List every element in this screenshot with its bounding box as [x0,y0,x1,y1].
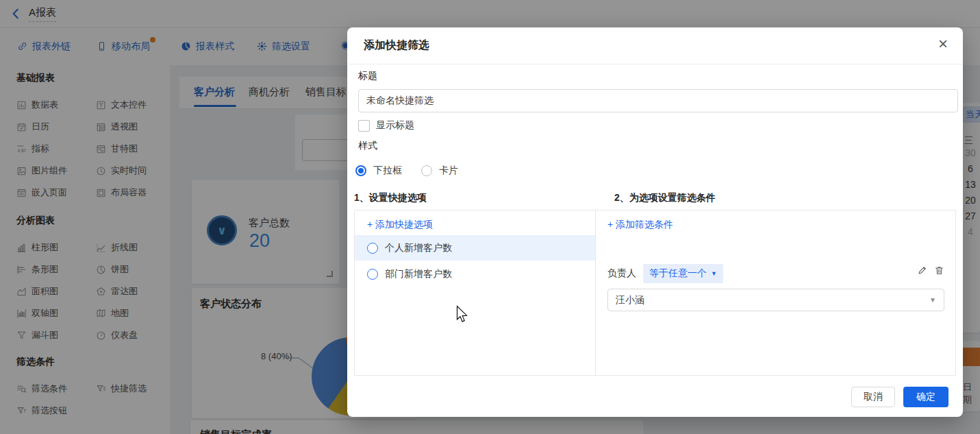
dialog-title: 添加快捷筛选 [364,38,429,53]
condition-field-label: 负责人 [607,267,636,280]
options-panel: + 添加快捷选项 个人新增客户数 部门新增客户数 + 添加筛选条件 负责人 等于… [354,210,956,376]
condition-value-select[interactable]: 汪小涵 ▼ [607,289,944,311]
style-radio-group: 下拉框 卡片 [355,165,458,177]
option-radio[interactable] [367,243,378,254]
chevron-down-icon: ▼ [929,296,936,304]
title-input[interactable] [358,89,958,112]
close-icon[interactable]: × [938,36,948,52]
caret-down-icon: ▼ [711,270,717,277]
style-field-label: 样式 [358,140,377,152]
edit-icon[interactable] [917,265,927,276]
condition-value: 汪小涵 [616,294,644,306]
show-title-row: 显示标题 [358,119,414,132]
show-title-checkbox[interactable] [358,120,370,132]
delete-icon[interactable] [934,265,944,276]
show-title-label: 显示标题 [376,119,414,132]
confirm-button[interactable]: 确定 [903,387,948,407]
radio-card[interactable] [421,165,432,176]
operator-dropdown[interactable]: 等于任意一个 ▼ [643,264,723,283]
left-panel-header: 1、设置快捷选项 [354,192,427,204]
radio-dropdown[interactable] [355,165,366,176]
add-filter-condition-link[interactable]: + 添加筛选条件 [607,219,673,231]
quick-option-row[interactable]: 个人新增客户数 [355,235,595,261]
header-divider [347,64,963,64]
add-quick-filter-dialog: 添加快捷筛选 × 标题 显示标题 样式 下拉框 卡片 1、设置快捷选项 2、为选… [347,27,963,417]
radio-card-label: 卡片 [439,165,458,177]
add-quick-option-link[interactable]: + 添加快捷选项 [367,219,433,231]
quick-option-row[interactable]: 部门新增客户数 [355,261,595,287]
cancel-button[interactable]: 取消 [851,387,895,407]
option-radio[interactable] [367,269,378,280]
condition-row: 负责人 等于任意一个 ▼ [607,264,723,283]
radio-dropdown-label: 下拉框 [373,165,402,177]
condition-actions [917,265,944,276]
title-field-label: 标题 [358,70,377,82]
panel-divider [595,210,596,375]
right-panel-header: 2、为选项设置筛选条件 [614,192,716,204]
